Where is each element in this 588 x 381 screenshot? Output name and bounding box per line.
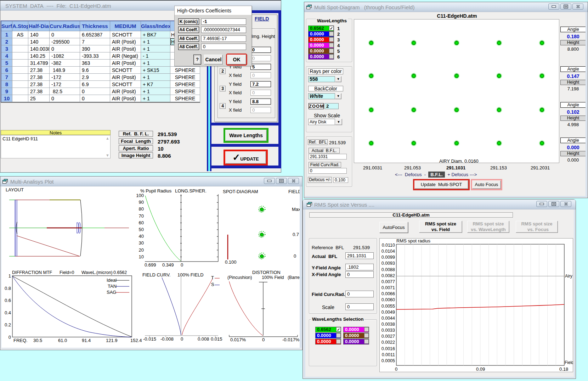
svg-text:0.0088: 0.0088 xyxy=(381,267,395,272)
svg-text:0.0027: 0.0027 xyxy=(381,334,395,339)
svg-text:Field=0: Field=0 xyxy=(60,270,74,275)
svg-text:T: T xyxy=(211,275,214,280)
svg-text:0: 0 xyxy=(262,337,265,342)
svg-text:FREQ.: FREQ. xyxy=(13,338,28,343)
svg-text:0.6562: 0.6562 xyxy=(113,270,127,275)
svg-text:0: 0 xyxy=(9,335,11,340)
svg-text:Ideal: Ideal xyxy=(107,278,117,283)
svg-text:61.0: 61.0 xyxy=(58,338,67,343)
svg-text:0.0049: 0.0049 xyxy=(381,310,395,315)
svg-text:-0.008: -0.008 xyxy=(160,336,174,342)
svg-text:0.6: 0.6 xyxy=(5,298,11,303)
svg-text:60: 60 xyxy=(139,220,144,225)
svg-text:0.0104: 0.0104 xyxy=(381,249,395,254)
svg-text:100: 100 xyxy=(136,193,144,198)
svg-text:0: 0 xyxy=(181,336,183,342)
svg-text:0.699: 0.699 xyxy=(145,262,156,268)
svg-text:0: 0 xyxy=(294,253,296,259)
svg-text:40: 40 xyxy=(139,234,144,239)
svg-text:LAYOUT: LAYOUT xyxy=(6,187,24,192)
svg-text:0.7: 0.7 xyxy=(293,232,299,237)
svg-text:90: 90 xyxy=(139,200,144,205)
svg-text:0.0082: 0.0082 xyxy=(381,273,395,278)
svg-text:SPOT-DIAGRAM: SPOT-DIAGRAM xyxy=(223,189,258,194)
svg-text:10: 10 xyxy=(139,254,144,259)
svg-text:(Pincushion): (Pincushion) xyxy=(227,275,252,280)
svg-text:80: 80 xyxy=(139,206,144,212)
svg-text:0.0033: 0.0033 xyxy=(381,328,395,333)
svg-text:0.0011: 0.0011 xyxy=(382,352,395,357)
svg-text:0.0071: 0.0071 xyxy=(381,285,395,290)
svg-text:91.4: 91.4 xyxy=(82,338,91,343)
svg-text:0.0038: 0.0038 xyxy=(381,322,395,327)
svg-text:30.5: 30.5 xyxy=(33,338,42,343)
svg-text:0.349: 0.349 xyxy=(162,262,174,268)
svg-text:WaveL.(micron): WaveL.(micron) xyxy=(81,270,113,275)
svg-text:DISTORTION: DISTORTION xyxy=(252,270,281,275)
svg-text:0.8: 0.8 xyxy=(5,286,11,291)
svg-text:0: 0 xyxy=(181,262,183,268)
svg-text:0.0093: 0.0093 xyxy=(381,261,395,266)
svg-text:DIFFRACTION MTF: DIFFRACTION MTF xyxy=(12,270,52,275)
svg-text:-0.015: -0.015 xyxy=(143,336,156,342)
svg-text:Field: Field xyxy=(565,360,573,365)
svg-text:Airy: Airy xyxy=(565,274,572,279)
svg-text:TAN: TAN xyxy=(108,284,117,289)
svg-text:0.0044: 0.0044 xyxy=(381,316,395,321)
svg-text:100% FIELD: 100% FIELD xyxy=(177,272,204,278)
svg-text:0.18: 0.18 xyxy=(559,366,568,372)
svg-text:0.0055: 0.0055 xyxy=(381,304,395,309)
svg-text:0.0066: 0.0066 xyxy=(381,291,395,296)
svg-text:0.0016: 0.0016 xyxy=(381,346,395,351)
svg-text:LONG.SPHER.: LONG.SPHER. xyxy=(175,188,207,194)
svg-text:0.0099: 0.0099 xyxy=(381,255,395,260)
svg-text:152.4: 152.4 xyxy=(130,338,142,343)
svg-text:50: 50 xyxy=(139,227,144,232)
svg-text:SAG: SAG xyxy=(107,290,116,295)
svg-text:0: 0 xyxy=(395,366,397,372)
svg-text:0.100: 0.100 xyxy=(225,259,237,265)
svg-text:121.9: 121.9 xyxy=(106,338,118,343)
svg-text:0.0077: 0.0077 xyxy=(381,279,395,284)
svg-text:0.0060: 0.0060 xyxy=(381,297,395,302)
svg-text:% Pupil Radius: % Pupil Radius xyxy=(140,188,172,194)
svg-text:0.2: 0.2 xyxy=(5,322,11,327)
svg-text:-0.017%: -0.017% xyxy=(282,337,300,342)
svg-text:RMS spot radius: RMS spot radius xyxy=(396,238,431,243)
svg-text:FIELD CURV.: FIELD CURV. xyxy=(142,272,170,278)
svg-text:0.0110: 0.0110 xyxy=(382,243,395,248)
svg-text:0.008: 0.008 xyxy=(198,336,209,342)
svg-text:S: S xyxy=(211,282,214,287)
svg-text:100% Field: 100% Field xyxy=(262,275,284,280)
svg-text:0.0005: 0.0005 xyxy=(381,358,395,363)
svg-text:0.017%: 0.017% xyxy=(230,337,246,342)
svg-text:0.09: 0.09 xyxy=(476,366,485,372)
svg-text:0.015: 0.015 xyxy=(211,336,222,342)
svg-text:20: 20 xyxy=(139,247,144,253)
svg-text:1: 1 xyxy=(9,273,11,279)
svg-text:0.4: 0.4 xyxy=(5,310,11,315)
svg-text:70: 70 xyxy=(139,213,144,219)
svg-text:0.0022: 0.0022 xyxy=(381,340,395,345)
svg-text:30: 30 xyxy=(139,240,144,246)
